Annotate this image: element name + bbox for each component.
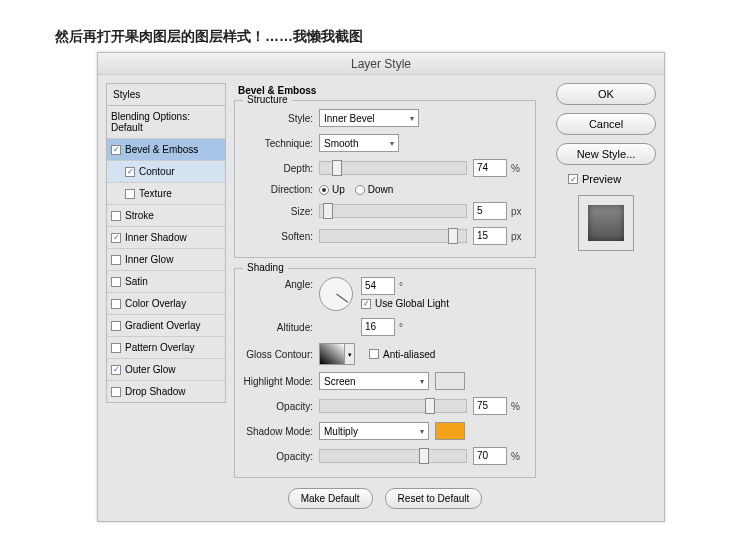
soften-slider[interactable] [319,229,467,243]
styles-header[interactable]: Styles [106,83,226,106]
style-checkbox[interactable] [125,167,135,177]
style-label: Color Overlay [125,298,186,309]
right-column: OK Cancel New Style... Preview [556,83,656,251]
altitude-input[interactable]: 16 [361,318,395,336]
depth-label: Depth: [243,163,319,174]
soften-unit: px [511,231,527,242]
style-label: Gradient Overlay [125,320,201,331]
gloss-contour-label: Gloss Contour: [243,349,319,360]
styles-list: Blending Options: DefaultBevel & EmbossC… [106,106,226,403]
angle-dial[interactable] [319,277,353,311]
style-label: Outer Glow [125,364,176,375]
shading-legend: Shading [243,262,288,273]
style-row[interactable]: Inner Glow [107,249,225,271]
style-value: Inner Bevel [324,113,375,124]
altitude-label: Altitude: [243,322,319,333]
shadow-mode-select[interactable]: Multiply▾ [319,422,429,440]
style-row[interactable]: Blending Options: Default [107,106,225,139]
style-select[interactable]: Inner Bevel▾ [319,109,419,127]
technique-label: Technique: [243,138,319,149]
style-row[interactable]: Drop Shadow [107,381,225,402]
depth-input[interactable]: 74 [473,159,507,177]
ok-button[interactable]: OK [556,83,656,105]
highlight-opacity-unit: % [511,401,527,412]
settings-column: Bevel & Emboss Structure Style: Inner Be… [234,83,536,509]
style-checkbox[interactable] [111,233,121,243]
size-input[interactable]: 5 [473,202,507,220]
style-row[interactable]: Color Overlay [107,293,225,315]
antialiased-label: Anti-aliased [383,349,435,360]
highlight-color-swatch[interactable] [435,372,465,390]
style-row[interactable]: Outer Glow [107,359,225,381]
style-row[interactable]: Gradient Overlay [107,315,225,337]
direction-label: Direction: [243,184,319,195]
style-checkbox[interactable] [111,145,121,155]
angle-input[interactable]: 54 [361,277,395,295]
highlight-opacity-slider[interactable] [319,399,467,413]
style-row[interactable]: Satin [107,271,225,293]
size-slider[interactable] [319,204,467,218]
style-checkbox[interactable] [111,343,121,353]
style-row[interactable]: Inner Shadow [107,227,225,249]
make-default-button[interactable]: Make Default [288,488,373,509]
style-checkbox[interactable] [111,321,121,331]
layer-style-dialog: Layer Style Styles Blending Options: Def… [97,52,665,522]
style-checkbox[interactable] [111,299,121,309]
style-checkbox[interactable] [111,387,121,397]
chevron-down-icon: ▾ [420,427,424,436]
chevron-down-icon: ▾ [390,139,394,148]
new-style-button[interactable]: New Style... [556,143,656,165]
style-label: Blending Options: Default [111,111,221,133]
shadow-mode-value: Multiply [324,426,358,437]
style-checkbox[interactable] [111,211,121,221]
gloss-contour-dropdown[interactable]: ▾ [345,343,355,365]
altitude-unit: ° [399,322,415,333]
shadow-color-swatch[interactable] [435,422,465,440]
size-unit: px [511,206,527,217]
dir-down-label: Down [368,184,394,195]
depth-unit: % [511,163,527,174]
global-light-checkbox[interactable] [361,299,371,309]
technique-value: Smooth [324,138,358,149]
style-label: Satin [125,276,148,287]
style-row[interactable]: Pattern Overlay [107,337,225,359]
style-row[interactable]: Contour [107,161,225,183]
style-label: Texture [139,188,172,199]
antialiased-checkbox[interactable] [369,349,379,359]
style-checkbox[interactable] [125,189,135,199]
shadow-opacity-input[interactable]: 70 [473,447,507,465]
shadow-opacity-slider[interactable] [319,449,467,463]
gloss-contour-picker[interactable] [319,343,345,365]
style-checkbox[interactable] [111,277,121,287]
preview-inner [588,205,624,241]
direction-down-radio[interactable] [355,185,365,195]
highlight-mode-select[interactable]: Screen▾ [319,372,429,390]
style-row[interactable]: Texture [107,183,225,205]
style-label: Pattern Overlay [125,342,194,353]
shadow-mode-label: Shadow Mode: [243,426,319,437]
structure-legend: Structure [243,94,292,105]
shading-fieldset: Shading Angle: 54 ° Use Global Light [234,268,536,478]
style-checkbox[interactable] [111,365,121,375]
depth-slider[interactable] [319,161,467,175]
global-light-label: Use Global Light [375,298,449,309]
preview-checkbox[interactable] [568,174,578,184]
angle-unit: ° [399,281,415,292]
structure-fieldset: Structure Style: Inner Bevel▾ Technique:… [234,100,536,258]
style-row[interactable]: Bevel & Emboss [107,139,225,161]
reset-default-button[interactable]: Reset to Default [385,488,483,509]
direction-up-radio[interactable] [319,185,329,195]
highlight-mode-value: Screen [324,376,356,387]
style-checkbox[interactable] [111,255,121,265]
shadow-opacity-label: Opacity: [243,451,319,462]
style-label: Inner Glow [125,254,173,265]
highlight-opacity-input[interactable]: 75 [473,397,507,415]
shadow-opacity-unit: % [511,451,527,462]
technique-select[interactable]: Smooth▾ [319,134,399,152]
preview-swatch [578,195,634,251]
soften-input[interactable]: 15 [473,227,507,245]
highlight-mode-label: Highlight Mode: [243,376,319,387]
style-label: Drop Shadow [125,386,186,397]
cancel-button[interactable]: Cancel [556,113,656,135]
style-row[interactable]: Stroke [107,205,225,227]
